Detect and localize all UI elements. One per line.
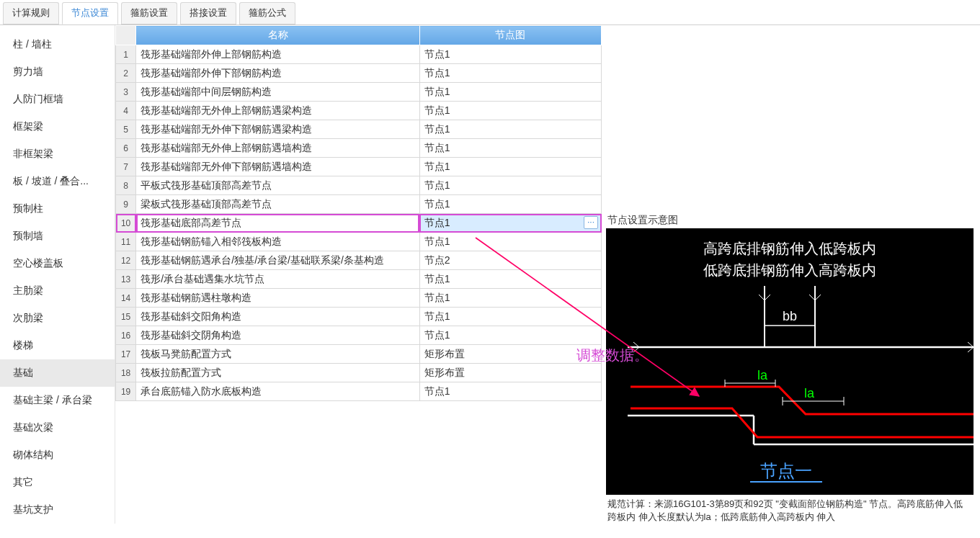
table-row[interactable]: 1筏形基础端部外伸上部钢筋构造节点1 [116, 45, 602, 64]
table-row[interactable]: 19承台底筋锚入防水底板构造节点1 [116, 382, 602, 401]
table-row[interactable]: 9梁板式筏形基础顶部高差节点节点1 [116, 195, 602, 214]
sidebar-item[interactable]: 主肋梁 [0, 277, 115, 305]
tab-calc-rule[interactable]: 计算规则 [3, 2, 59, 24]
diagram-node-label: 节点一 [760, 461, 812, 480]
table-row[interactable]: 14筏形基础钢筋遇柱墩构造节点1 [116, 289, 602, 308]
row-node[interactable]: 节点2 [419, 251, 601, 270]
diagram-panel: 节点设置示意图 高跨底排钢筋伸入低跨板内 低跨底排钢筋伸入高跨板内 bb [606, 212, 980, 524]
sidebar-item[interactable]: 基坑支护 [0, 496, 115, 524]
row-name[interactable]: 筏板马凳筋配置方式 [136, 345, 420, 364]
row-number: 1 [116, 45, 136, 64]
row-name[interactable]: 筏形基础端部无外伸上部钢筋遇墙构造 [136, 139, 420, 158]
row-name[interactable]: 筏形基础端部外伸下部钢筋构造 [136, 64, 420, 83]
table-row[interactable]: 15筏形基础斜交阳角构造节点1 [116, 308, 602, 326]
table-row[interactable]: 11筏形基础钢筋锚入相邻筏板构造节点1 [116, 233, 602, 251]
row-node[interactable]: 节点1 [419, 308, 601, 326]
row-name[interactable]: 筏形/承台基础遇集水坑节点 [136, 270, 420, 289]
row-name[interactable]: 筏板拉筋配置方式 [136, 364, 420, 382]
row-name[interactable]: 筏形基础端部无外伸上部钢筋遇梁构造 [136, 102, 420, 120]
table-row[interactable]: 16筏形基础斜交阴角构造节点1 [116, 326, 602, 345]
row-number: 7 [116, 158, 136, 176]
table-row[interactable]: 5筏形基础端部无外伸下部钢筋遇梁构造节点1 [116, 120, 602, 139]
tab-node-settings[interactable]: 节点设置 [62, 2, 118, 24]
row-number: 18 [116, 364, 136, 382]
sidebar-item[interactable]: 人防门框墙 [0, 86, 115, 113]
row-node[interactable]: 节点1 [419, 64, 601, 83]
row-node[interactable]: 节点1 [419, 289, 601, 308]
sidebar-item[interactable]: 基础 [0, 359, 115, 387]
svg-text:la: la [757, 368, 768, 382]
row-name[interactable]: 筏形基础端部无外伸下部钢筋遇墙构造 [136, 158, 420, 176]
node-diagram: 高跨底排钢筋伸入低跨板内 低跨底排钢筋伸入高跨板内 bb [606, 228, 974, 495]
node-header: 节点图 [419, 26, 601, 45]
sidebar-item[interactable]: 预制墙 [0, 223, 115, 250]
sidebar-item[interactable]: 空心楼盖板 [0, 250, 115, 277]
sidebar: 柱 / 墙柱剪力墙人防门框墙框架梁非框架梁板 / 坡道 / 叠合...预制柱预制… [0, 25, 115, 524]
sidebar-item[interactable]: 砌体结构 [0, 441, 115, 469]
row-name[interactable]: 筏形基础钢筋锚入相邻筏板构造 [136, 233, 420, 251]
row-number: 6 [116, 139, 136, 158]
row-name[interactable]: 筏形基础端部外伸上部钢筋构造 [136, 45, 420, 64]
sidebar-item[interactable]: 次肋梁 [0, 305, 115, 332]
row-name[interactable]: 梁板式筏形基础顶部高差节点 [136, 195, 420, 214]
row-number: 14 [116, 289, 136, 308]
row-node[interactable]: 矩形布置 [419, 364, 601, 382]
svg-text:la: la [804, 386, 815, 400]
row-node[interactable]: 节点1 [419, 270, 601, 289]
row-node[interactable]: 节点1 [419, 233, 601, 251]
sidebar-item[interactable]: 剪力墙 [0, 58, 115, 86]
row-name[interactable]: 平板式筏形基础顶部高差节点 [136, 176, 420, 195]
node-table: 名称 节点图 1筏形基础端部外伸上部钢筋构造节点12筏形基础端部外伸下部钢筋构造… [115, 25, 602, 401]
top-tabs: 计算规则 节点设置 箍筋设置 搭接设置 箍筋公式 [0, 0, 980, 25]
row-node[interactable]: 节点1 [419, 326, 601, 345]
table-row[interactable]: 3筏形基础端部中间层钢筋构造节点1 [116, 83, 602, 102]
row-name[interactable]: 筏形基础底部高差节点 [136, 214, 420, 233]
row-number: 17 [116, 345, 136, 364]
row-node[interactable]: 节点1 [419, 102, 601, 120]
row-number: 9 [116, 195, 136, 214]
row-name[interactable]: 筏形基础斜交阴角构造 [136, 326, 420, 345]
row-node[interactable]: 节点1 [419, 139, 601, 158]
row-node[interactable]: 节点1 [419, 45, 601, 64]
row-name[interactable]: 筏形基础斜交阳角构造 [136, 308, 420, 326]
tab-lap-settings[interactable]: 搭接设置 [180, 2, 236, 24]
table-row[interactable]: 2筏形基础端部外伸下部钢筋构造节点1 [116, 64, 602, 83]
sidebar-item[interactable]: 柱 / 墙柱 [0, 31, 115, 58]
row-name[interactable]: 筏形基础端部中间层钢筋构造 [136, 83, 420, 102]
sidebar-item[interactable]: 板 / 坡道 / 叠合... [0, 168, 115, 195]
row-name[interactable]: 承台底筋锚入防水底板构造 [136, 382, 420, 401]
table-row[interactable]: 8平板式筏形基础顶部高差节点节点1 [116, 176, 602, 195]
row-node[interactable]: 节点1 [419, 195, 601, 214]
ellipsis-button[interactable]: ··· [584, 216, 598, 229]
table-row[interactable]: 4筏形基础端部无外伸上部钢筋遇梁构造节点1 [116, 102, 602, 120]
row-number: 5 [116, 120, 136, 139]
sidebar-item[interactable]: 基础主梁 / 承台梁 [0, 387, 115, 414]
table-row[interactable]: 12筏形基础钢筋遇承台/独基/承台梁/基础联系梁/条基构造节点2 [116, 251, 602, 270]
sidebar-item[interactable]: 其它 [0, 469, 115, 496]
sidebar-item[interactable]: 楼梯 [0, 332, 115, 359]
sidebar-item[interactable]: 框架梁 [0, 113, 115, 140]
table-row[interactable]: 6筏形基础端部无外伸上部钢筋遇墙构造节点1 [116, 139, 602, 158]
row-name[interactable]: 筏形基础端部无外伸下部钢筋遇梁构造 [136, 120, 420, 139]
row-node[interactable]: 节点1 [419, 176, 601, 195]
row-node[interactable]: 节点1 [419, 83, 601, 102]
sidebar-item[interactable]: 非框架梁 [0, 140, 115, 168]
row-name[interactable]: 筏形基础钢筋遇柱墩构造 [136, 289, 420, 308]
table-row[interactable]: 7筏形基础端部无外伸下部钢筋遇墙构造节点1 [116, 158, 602, 176]
table-row[interactable]: 10筏形基础底部高差节点节点1··· [116, 214, 602, 233]
table-row[interactable]: 17筏板马凳筋配置方式矩形布置 [116, 345, 602, 364]
row-node[interactable]: 节点1 [419, 382, 601, 401]
tab-stirrup-settings[interactable]: 箍筋设置 [121, 2, 177, 24]
row-name[interactable]: 筏形基础钢筋遇承台/独基/承台梁/基础联系梁/条基构造 [136, 251, 420, 270]
table-row[interactable]: 18筏板拉筋配置方式矩形布置 [116, 364, 602, 382]
tab-stirrup-formula[interactable]: 箍筋公式 [239, 2, 295, 24]
sidebar-item[interactable]: 预制柱 [0, 195, 115, 223]
row-node[interactable]: 节点1 [419, 120, 601, 139]
row-node[interactable]: 矩形布置 [419, 345, 601, 364]
table-row[interactable]: 13筏形/承台基础遇集水坑节点节点1 [116, 270, 602, 289]
row-number: 3 [116, 83, 136, 102]
sidebar-item[interactable]: 基础次梁 [0, 414, 115, 441]
row-node[interactable]: 节点1 [419, 158, 601, 176]
row-node[interactable]: 节点1··· [419, 214, 601, 233]
row-number: 15 [116, 308, 136, 326]
